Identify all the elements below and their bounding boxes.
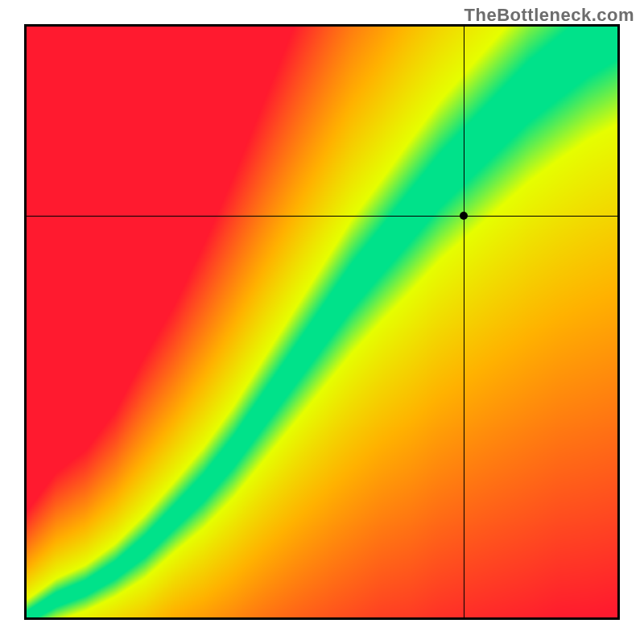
crosshair-horizontal — [27, 216, 617, 217]
heatmap-canvas — [27, 27, 617, 617]
chart-container: TheBottleneck.com — [0, 0, 644, 644]
brand-watermark: TheBottleneck.com — [464, 5, 634, 26]
crosshair-vertical — [464, 27, 464, 617]
selection-marker — [460, 212, 468, 220]
heatmap-plot — [24, 24, 620, 620]
